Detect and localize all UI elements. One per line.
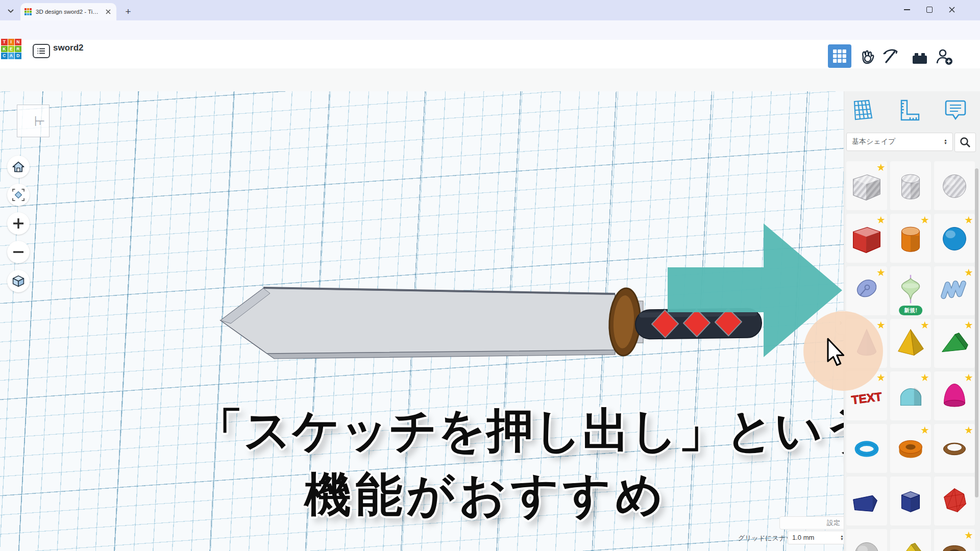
shape-ring[interactable]: ★ bbox=[934, 424, 975, 473]
shape-grid: ★★★★★新規!★★★★TEXT★★★★★★ bbox=[846, 161, 975, 551]
brick-icon bbox=[912, 51, 928, 65]
browser-tab[interactable]: 3D design sword2 - Tinkercad bbox=[20, 3, 116, 20]
fit-view-icon bbox=[12, 188, 25, 202]
shape-search-button[interactable] bbox=[954, 133, 976, 152]
logo-tile: N bbox=[15, 39, 21, 45]
home-icon bbox=[12, 160, 25, 173]
shape-shape-partial-3[interactable]: ★ bbox=[934, 529, 975, 551]
snap-grid-select[interactable]: 1.0 mm ▲▼ bbox=[788, 531, 848, 544]
favorite-star-icon[interactable]: ★ bbox=[876, 214, 886, 226]
shape-category-select[interactable]: 基本シェイプ ▲▼ bbox=[846, 133, 953, 151]
tinkercad-logo[interactable]: TINKERCAD bbox=[1, 39, 21, 59]
tinkercad-favicon bbox=[24, 8, 32, 16]
shape-paraboloid[interactable]: ★ bbox=[934, 371, 975, 420]
settings-button[interactable]: 設定 bbox=[779, 516, 846, 530]
caret-updown-icon: ▲▼ bbox=[840, 535, 844, 540]
sidebar-scrollbar[interactable] bbox=[975, 168, 978, 497]
tab-close-icon[interactable] bbox=[104, 8, 112, 16]
window-maximize-button[interactable] bbox=[919, 0, 940, 19]
favorite-star-icon[interactable]: ★ bbox=[876, 371, 886, 384]
new-tab-button[interactable]: + bbox=[121, 5, 135, 18]
search-icon bbox=[960, 137, 971, 148]
brick-export-button[interactable] bbox=[910, 48, 930, 68]
favorite-star-icon[interactable]: ★ bbox=[920, 214, 929, 226]
hand-icon bbox=[858, 48, 875, 66]
shape-shape-partial-1[interactable] bbox=[846, 529, 887, 551]
shapes-sidebar: 基本シェイプ ▲▼ ★★★★★新規!★★★★TEXT★★★★★★ bbox=[844, 91, 980, 551]
shape-cylinder[interactable]: ★ bbox=[890, 214, 931, 263]
ruler-l-icon bbox=[897, 98, 921, 122]
zoom-in-button[interactable] bbox=[7, 212, 30, 235]
collaborate-button[interactable] bbox=[934, 46, 954, 67]
shape-cylinder-hole[interactable] bbox=[890, 161, 931, 210]
shape-round-roof[interactable]: ★ bbox=[890, 371, 931, 420]
shape-hex-prism[interactable] bbox=[890, 477, 931, 525]
shape-polyhedron[interactable] bbox=[934, 477, 975, 525]
shape-prism[interactable] bbox=[846, 477, 887, 525]
logo-tile: E bbox=[8, 46, 15, 53]
shape-cone[interactable]: ★ bbox=[846, 319, 887, 368]
new-badge: 新規! bbox=[899, 306, 922, 315]
shape-text[interactable]: TEXT★ bbox=[846, 371, 887, 420]
grid-icon bbox=[833, 49, 846, 63]
close-icon bbox=[949, 7, 955, 13]
view-cube[interactable]: 上 bbox=[17, 105, 50, 137]
caption-line-2: 機能がおすすめ bbox=[305, 463, 668, 527]
logo-tile: D bbox=[15, 53, 21, 59]
sword-handle[interactable] bbox=[635, 308, 762, 339]
window-minimize-button[interactable] bbox=[896, 0, 918, 19]
perspective-toggle-button[interactable] bbox=[7, 270, 30, 292]
shape-pyramid[interactable]: ★ bbox=[890, 319, 931, 368]
blocks-view-button[interactable] bbox=[828, 44, 851, 68]
favorite-star-icon[interactable]: ★ bbox=[964, 319, 973, 331]
shape-sphere-hole[interactable] bbox=[934, 161, 975, 210]
favorite-star-icon[interactable]: ★ bbox=[920, 424, 929, 436]
fit-view-button[interactable] bbox=[7, 184, 30, 206]
shape-spinning-top[interactable]: 新規! bbox=[890, 266, 931, 315]
shape-tube[interactable]: ★ bbox=[890, 424, 931, 473]
shape-box-red[interactable]: ★ bbox=[846, 214, 887, 263]
sidebar-collapse-button[interactable]: › bbox=[836, 310, 845, 335]
window-close-button[interactable] bbox=[941, 0, 963, 19]
shape-squiggle[interactable]: ★ bbox=[934, 266, 975, 315]
home-view-button[interactable] bbox=[7, 156, 30, 178]
logo-tile: I bbox=[8, 39, 15, 45]
design-title[interactable]: sword2 bbox=[53, 43, 84, 53]
favorite-star-icon[interactable]: ★ bbox=[876, 266, 886, 279]
edit-toolbar: インポート エクスポート 送信先 bbox=[0, 68, 980, 92]
notes-tool-button[interactable] bbox=[944, 98, 968, 123]
shape-shape-partial-2[interactable] bbox=[890, 529, 931, 551]
shape-roof[interactable]: ★ bbox=[934, 319, 975, 368]
tab-search-button[interactable] bbox=[4, 5, 17, 18]
pickaxe-icon bbox=[880, 46, 900, 66]
properties-button[interactable] bbox=[33, 44, 50, 58]
caption-line-1: 「スケッチを押し出し」という bbox=[196, 399, 872, 462]
favorite-star-icon[interactable]: ★ bbox=[964, 266, 973, 279]
category-label: 基本シェイプ bbox=[852, 137, 895, 146]
sim-lab-button[interactable] bbox=[856, 47, 877, 67]
favorite-star-icon[interactable]: ★ bbox=[964, 214, 973, 226]
zoom-out-button[interactable] bbox=[7, 241, 30, 263]
shape-torus[interactable] bbox=[846, 424, 887, 473]
favorite-star-icon[interactable]: ★ bbox=[964, 424, 973, 436]
minecraft-export-button[interactable] bbox=[880, 46, 900, 66]
workplane-tool-button[interactable] bbox=[850, 98, 874, 123]
viewport[interactable]: 上 「スケッチを押し出し」という 機能がおすすめ 設定 グリッドにスナップ 1.… bbox=[0, 91, 980, 551]
shape-box[interactable]: ★ bbox=[846, 161, 887, 210]
favorite-star-icon[interactable]: ★ bbox=[876, 161, 886, 173]
favorite-star-icon[interactable]: ★ bbox=[964, 371, 973, 384]
minus-icon bbox=[13, 246, 24, 258]
favorite-star-icon[interactable]: ★ bbox=[964, 529, 973, 541]
favorite-star-icon[interactable]: ★ bbox=[876, 319, 886, 331]
logo-tile: T bbox=[1, 39, 8, 45]
sword-blade[interactable] bbox=[220, 288, 643, 359]
shape-sphere[interactable]: ★ bbox=[934, 214, 975, 263]
shape-scribble[interactable]: ★ bbox=[846, 266, 887, 315]
snap-grid-value: 1.0 mm bbox=[792, 534, 814, 541]
ruler-tool-button[interactable] bbox=[897, 98, 921, 123]
favorite-star-icon[interactable]: ★ bbox=[920, 371, 929, 384]
svg-text:TEXT: TEXT bbox=[851, 390, 883, 407]
browser-tabstrip: 3D design sword2 - Tinkercad + bbox=[0, 0, 980, 20]
workplane-grid-icon bbox=[850, 98, 874, 122]
favorite-star-icon[interactable]: ★ bbox=[920, 319, 929, 331]
